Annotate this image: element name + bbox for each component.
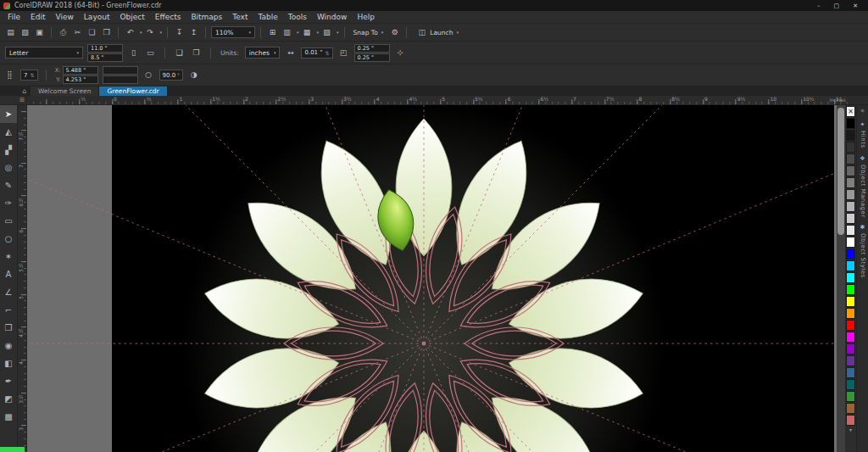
- transparency-tool[interactable]: ◧: [0, 354, 17, 372]
- undo-icon[interactable]: ↶: [124, 26, 136, 39]
- rotation-angle-field[interactable]: 90.0 °: [159, 70, 184, 81]
- color-swatch[interactable]: [846, 296, 855, 307]
- flower-canvas[interactable]: [27, 105, 845, 452]
- save-icon[interactable]: ▣: [33, 26, 46, 39]
- vertical-scrollbar[interactable]: [837, 105, 845, 452]
- scrollbar-thumb[interactable]: [837, 108, 844, 235]
- docker-tab-hints[interactable]: ✦Hints: [860, 121, 866, 148]
- menu-table[interactable]: Table: [253, 13, 282, 21]
- menu-view[interactable]: View: [51, 13, 79, 21]
- color-swatch[interactable]: [846, 177, 855, 188]
- points-sides-field[interactable]: 7 ⇅: [20, 70, 38, 81]
- full-screen-preview-icon[interactable]: ⊞: [266, 26, 279, 39]
- artistic-media-tool[interactable]: ✑: [0, 194, 17, 212]
- minimize-button[interactable]: –: [817, 3, 821, 9]
- color-swatch[interactable]: [846, 118, 855, 129]
- shadow-tool[interactable]: ❐: [0, 319, 17, 337]
- guidelines-icon[interactable]: ▨: [320, 26, 333, 39]
- no-color-swatch[interactable]: ✕: [846, 106, 855, 117]
- color-swatch[interactable]: [846, 225, 855, 236]
- show-grid-icon[interactable]: ▦: [301, 26, 314, 39]
- launch-button[interactable]: ◫Launch▾: [412, 26, 462, 39]
- color-swatch[interactable]: [846, 320, 855, 331]
- palette-scroll-down-icon[interactable]: ▾: [849, 427, 852, 432]
- menu-edit[interactable]: Edit: [25, 13, 50, 21]
- portrait-icon[interactable]: ▯: [127, 47, 140, 59]
- duplicate-x-field[interactable]: 0.25 ": [354, 44, 390, 53]
- color-swatch[interactable]: [846, 201, 855, 212]
- color-swatch[interactable]: [846, 142, 855, 153]
- menu-tools[interactable]: Tools: [283, 13, 312, 21]
- menu-bitmaps[interactable]: Bitmaps: [186, 13, 227, 21]
- object-width-field[interactable]: [103, 66, 138, 75]
- text-tool[interactable]: A: [0, 265, 17, 283]
- tab-welcome-screen[interactable]: Welcome Screen: [31, 86, 99, 96]
- menu-layout[interactable]: Layout: [79, 13, 115, 21]
- x-position-field[interactable]: 5.488 ": [63, 66, 98, 75]
- menu-window[interactable]: Window: [312, 13, 353, 21]
- mirror-horizontal-icon[interactable]: ◑: [187, 69, 200, 81]
- landscape-icon[interactable]: ▭: [144, 47, 157, 59]
- maximize-button[interactable]: ▢: [834, 3, 840, 9]
- color-swatch[interactable]: [846, 237, 855, 248]
- import-icon[interactable]: ↧: [173, 26, 186, 39]
- color-swatch[interactable]: [846, 260, 855, 271]
- color-swatch[interactable]: [846, 332, 855, 343]
- y-position-field[interactable]: 4.253 ": [63, 75, 98, 84]
- nudge-distance-field[interactable]: 0.01 "⇅: [301, 47, 332, 59]
- mesh-fill-tool[interactable]: ▩: [0, 408, 17, 426]
- color-swatch[interactable]: [846, 355, 855, 366]
- menu-effects[interactable]: Effects: [150, 13, 186, 21]
- color-swatch[interactable]: [846, 367, 855, 378]
- color-swatch[interactable]: [846, 391, 855, 402]
- contour-tool[interactable]: ◉: [0, 337, 17, 354]
- cut-icon[interactable]: ✂: [71, 26, 84, 39]
- color-swatch[interactable]: [846, 403, 855, 414]
- show-rulers-icon[interactable]: ▥: [281, 26, 293, 39]
- print-icon[interactable]: ⎙: [57, 26, 70, 39]
- shape-tool[interactable]: ◭: [0, 123, 17, 141]
- open-icon[interactable]: ▧: [19, 26, 31, 39]
- ruler-origin-button[interactable]: ⊞: [18, 96, 27, 104]
- spinner-icon[interactable]: ⇅: [326, 50, 330, 56]
- zoom-tool[interactable]: ◎: [0, 159, 17, 176]
- color-swatch[interactable]: [846, 165, 855, 176]
- connector-tool[interactable]: ⌐: [0, 301, 17, 319]
- color-swatch[interactable]: [846, 213, 855, 224]
- export-icon[interactable]: ↥: [187, 26, 200, 39]
- tab-greenflower[interactable]: GreenFlower.cdr: [99, 86, 167, 96]
- page-width-field[interactable]: 11.0 ": [87, 44, 123, 53]
- color-swatch[interactable]: [846, 415, 855, 426]
- close-button[interactable]: ✕: [853, 3, 858, 9]
- treat-as-filled-icon[interactable]: ⊹: [394, 47, 407, 59]
- snap-to-button[interactable]: Snap To▾: [350, 29, 387, 36]
- copy-icon[interactable]: ❏: [86, 26, 98, 39]
- color-swatch[interactable]: [846, 153, 855, 165]
- parallel-dimension-tool[interactable]: ∠: [0, 283, 17, 301]
- polygon-tool[interactable]: ✶: [0, 248, 17, 265]
- color-eyedropper-tool[interactable]: ✒: [0, 372, 17, 390]
- color-swatch[interactable]: [846, 379, 855, 390]
- color-swatch[interactable]: [846, 308, 855, 319]
- object-height-field[interactable]: [103, 75, 138, 84]
- docker-tab-object-manager[interactable]: ❖Object Manager: [860, 155, 866, 218]
- interactive-fill-tool[interactable]: ◩: [0, 390, 17, 408]
- menu-help[interactable]: Help: [352, 13, 380, 21]
- color-swatch[interactable]: [846, 284, 855, 295]
- new-document-icon[interactable]: ▤: [4, 26, 17, 39]
- collapse-dockers-icon[interactable]: «: [860, 107, 865, 114]
- redo-icon[interactable]: ↷: [144, 26, 157, 39]
- color-swatch[interactable]: [846, 272, 855, 283]
- pick-tool[interactable]: ➤: [0, 105, 17, 123]
- object-origin-icon[interactable]: ⣿: [3, 69, 16, 81]
- crop-tool[interactable]: ▞: [0, 141, 17, 159]
- rectangle-tool[interactable]: ▭: [0, 212, 17, 230]
- lock-ratio-icon[interactable]: ○: [142, 69, 155, 81]
- menu-text[interactable]: Text: [227, 13, 253, 21]
- page-height-field[interactable]: 8.5 ": [87, 53, 123, 62]
- docker-tab-object-styles[interactable]: ✱Object Styles: [860, 224, 866, 278]
- color-swatch[interactable]: [846, 343, 855, 354]
- options-gear-icon[interactable]: ⚙: [388, 26, 401, 39]
- menu-file[interactable]: File: [3, 13, 25, 21]
- freehand-tool[interactable]: ✎: [0, 176, 17, 194]
